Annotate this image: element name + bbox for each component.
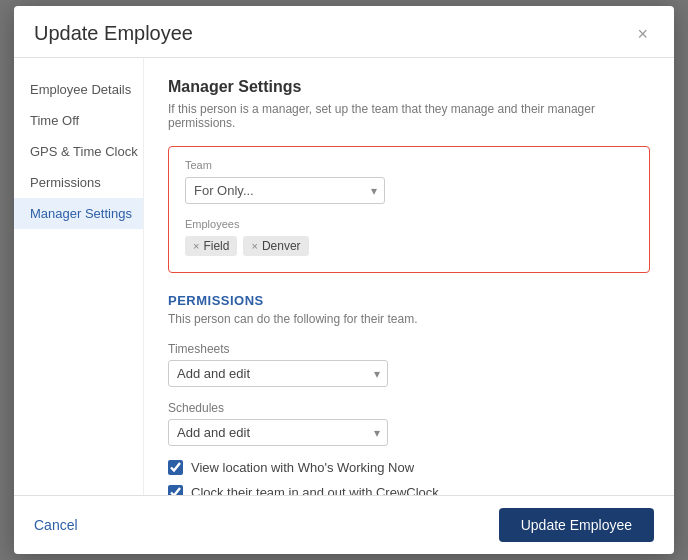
employees-section: Employees × Field × Denver: [185, 218, 633, 256]
modal-title: Update Employee: [34, 22, 193, 45]
checkbox-row-1: Clock their team in and out with CrewClo…: [168, 485, 650, 495]
tag-denver: × Denver: [243, 236, 308, 256]
sidebar-item-permissions[interactable]: Permissions: [14, 167, 143, 198]
close-button[interactable]: ×: [631, 23, 654, 45]
modal-body: Employee Details Time Off GPS & Time Clo…: [14, 58, 674, 495]
schedules-label: Schedules: [168, 401, 650, 415]
update-employee-button[interactable]: Update Employee: [499, 508, 654, 542]
main-content: Manager Settings If this person is a man…: [144, 58, 674, 495]
schedules-select-wrapper: Add and edit ▾: [168, 419, 388, 446]
checkbox-view-location-label: View location with Who's Working Now: [191, 460, 414, 475]
section-title: Manager Settings: [168, 78, 650, 96]
cancel-button[interactable]: Cancel: [34, 513, 78, 537]
checkbox-row-0: View location with Who's Working Now: [168, 460, 650, 475]
team-select-wrapper: For Only... ▾: [185, 177, 385, 204]
modal-overlay: Update Employee × Employee Details Time …: [0, 0, 688, 560]
team-box: Team For Only... ▾ Employees × Field: [168, 146, 650, 273]
sidebar-item-employee-details[interactable]: Employee Details: [14, 74, 143, 105]
checkbox-clock-team-label: Clock their team in and out with CrewClo…: [191, 485, 439, 495]
modal-header: Update Employee ×: [14, 6, 674, 58]
section-subtitle: If this person is a manager, set up the …: [168, 102, 650, 130]
team-label: Team: [185, 159, 633, 171]
timesheets-field: Timesheets Add and edit ▾: [168, 342, 650, 387]
permissions-subtitle: This person can do the following for the…: [168, 312, 650, 326]
remove-field-icon[interactable]: ×: [193, 240, 199, 252]
team-select[interactable]: For Only...: [185, 177, 385, 204]
schedules-field: Schedules Add and edit ▾: [168, 401, 650, 446]
checkbox-clock-team[interactable]: [168, 485, 183, 495]
permissions-title: PERMISSIONS: [168, 293, 650, 308]
sidebar-item-manager-settings[interactable]: Manager Settings: [14, 198, 143, 229]
timesheets-select[interactable]: Add and edit: [168, 360, 388, 387]
tags-row: × Field × Denver: [185, 236, 633, 256]
modal: Update Employee × Employee Details Time …: [14, 6, 674, 554]
tag-field-label: Field: [203, 239, 229, 253]
sidebar-item-time-off[interactable]: Time Off: [14, 105, 143, 136]
schedules-select[interactable]: Add and edit: [168, 419, 388, 446]
sidebar: Employee Details Time Off GPS & Time Clo…: [14, 58, 144, 495]
employees-label: Employees: [185, 218, 633, 230]
timesheets-label: Timesheets: [168, 342, 650, 356]
remove-denver-icon[interactable]: ×: [251, 240, 257, 252]
timesheets-select-wrapper: Add and edit ▾: [168, 360, 388, 387]
checkbox-view-location[interactable]: [168, 460, 183, 475]
tag-field: × Field: [185, 236, 237, 256]
modal-footer: Cancel Update Employee: [14, 495, 674, 554]
tag-denver-label: Denver: [262, 239, 301, 253]
sidebar-item-gps-time-clock[interactable]: GPS & Time Clock: [14, 136, 143, 167]
